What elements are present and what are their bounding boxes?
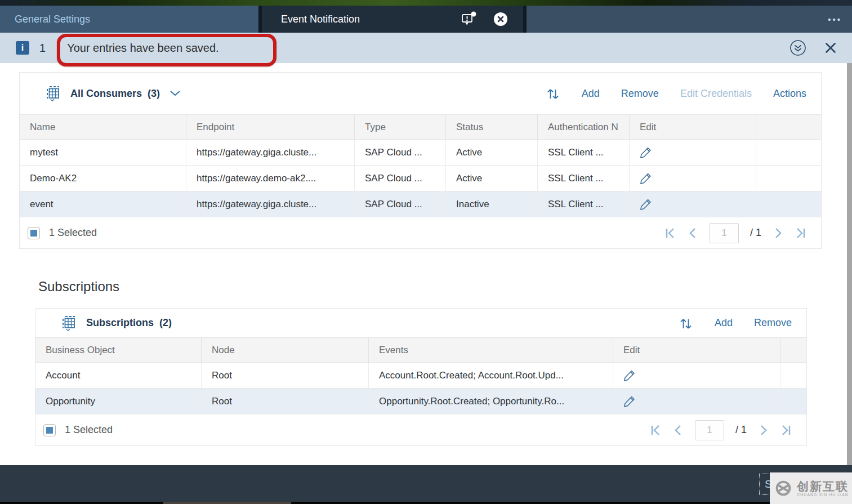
previous-page-icon[interactable] (687, 227, 698, 239)
column-header-events[interactable]: Events (369, 338, 613, 362)
next-page-icon[interactable] (758, 424, 769, 436)
page-number-input[interactable] (710, 223, 739, 243)
actions-button[interactable]: Actions (773, 88, 806, 100)
add-button[interactable]: Add (715, 317, 733, 329)
first-page-icon[interactable] (664, 227, 676, 239)
last-page-icon[interactable] (795, 227, 806, 239)
node-cell: Root (202, 363, 369, 388)
business_object-cell: Account (35, 363, 202, 388)
page-content: All Consumers (3) Add Remove Edit Creden… (0, 63, 852, 465)
consumers-title: All Consumers (70, 88, 142, 100)
consumers-footer: 1 Selected / 1 (20, 217, 821, 248)
subscriptions-count: (2) (159, 317, 172, 329)
spacer-cell (756, 166, 821, 191)
tab-event-notification-label: Event Notification (281, 14, 360, 25)
tab-bar: General Settings Event Notification ••• (0, 6, 852, 33)
tab-general-settings[interactable]: General Settings (0, 6, 258, 33)
sort-icon[interactable] (546, 86, 560, 101)
previous-page-icon[interactable] (672, 424, 684, 436)
expand-messages-icon[interactable] (789, 39, 807, 57)
view-settings-icon[interactable] (61, 315, 77, 332)
table-row[interactable]: Demo-AK2https://gateway.demo-ak2....SAP … (20, 166, 821, 191)
next-page-icon[interactable] (773, 227, 784, 239)
table-row[interactable]: AccountRootAccount.Root.Created; Account… (35, 363, 806, 389)
subscriptions-rows: AccountRootAccount.Root.Created; Account… (35, 363, 806, 414)
column-header-business-object[interactable]: Business Object (35, 338, 202, 362)
message-count: 1 (39, 42, 46, 55)
tab-close-icon[interactable] (492, 10, 510, 28)
selection-indicator-checkbox[interactable] (43, 424, 56, 436)
tab-general-settings-label: General Settings (15, 14, 90, 25)
watermark-subtitle: CHUANG XIN HU LIAN (797, 493, 849, 497)
column-header-node[interactable]: Node (202, 338, 369, 362)
overflow-menu-icon[interactable]: ••• (828, 15, 842, 24)
pencil-icon[interactable] (640, 198, 652, 211)
auth-cell: SSL Client ... (538, 140, 630, 165)
column-header-type[interactable]: Type (355, 115, 446, 139)
node-cell: Root (202, 389, 369, 414)
pencil-icon[interactable] (623, 369, 636, 382)
endpoint-cell: https://gateway.giga.cluste... (186, 140, 355, 165)
notification-bubble-icon[interactable] (460, 11, 477, 28)
page-total-text: / 1 (750, 227, 761, 239)
spacer-cell (780, 389, 806, 414)
pencil-icon[interactable] (640, 146, 652, 159)
subscriptions-header-row: Business Object Node Events Edit (35, 337, 806, 363)
table-row[interactable]: mytesthttps://gateway.giga.cluste...SAP … (20, 140, 821, 166)
type-cell: SAP Cloud ... (355, 166, 446, 191)
consumers-pager: / 1 (664, 223, 806, 243)
edit-cell (613, 389, 780, 414)
pencil-icon[interactable] (623, 395, 636, 408)
consumers-count: (3) (148, 88, 160, 100)
first-page-icon[interactable] (650, 424, 661, 436)
subscriptions-title: Subscriptions (86, 317, 154, 329)
table-row[interactable]: OpportunityRootOpportunity.Root.Created;… (35, 389, 806, 414)
table-row[interactable]: eventhttps://gateway.giga.cluste...SAP C… (20, 191, 821, 217)
name-cell: Demo-AK2 (20, 166, 186, 191)
endpoint-cell: https://gateway.giga.cluste... (186, 191, 355, 217)
tab-event-notification[interactable]: Event Notification (262, 6, 523, 33)
auth-cell: SSL Client ... (538, 191, 630, 217)
status-cell: Active (446, 166, 538, 191)
auth-cell: SSL Client ... (538, 166, 630, 191)
subscriptions-footer: 1 Selected / 1 (35, 414, 806, 445)
subscriptions-pager: / 1 (650, 420, 792, 440)
column-header-status[interactable]: Status (446, 115, 538, 139)
consumers-table: All Consumers (3) Add Remove Edit Creden… (19, 72, 822, 249)
edit-credentials-button[interactable]: Edit Credentials (680, 88, 752, 100)
close-message-icon[interactable] (824, 41, 837, 55)
message-strip: i 1 Your entries have been saved. (0, 33, 852, 63)
edit-cell (630, 191, 756, 217)
column-header-name[interactable]: Name (20, 115, 186, 139)
footer-action-bar (0, 465, 852, 502)
last-page-icon[interactable] (780, 424, 792, 436)
status-cell: Active (446, 140, 538, 165)
name-cell: mytest (20, 140, 186, 165)
desktop-wallpaper-strip (0, 0, 852, 6)
add-button[interactable]: Add (582, 88, 600, 100)
edit-cell (613, 363, 780, 388)
consumers-header-row: Name Endpoint Type Status Authentication… (20, 114, 821, 140)
spacer-cell (756, 191, 821, 217)
events-cell: Account.Root.Created; Account.Root.Upd..… (369, 363, 613, 388)
chevron-down-icon[interactable] (169, 90, 181, 97)
vertical-scrollbar[interactable] (847, 63, 852, 465)
column-header-edit[interactable]: Edit (613, 338, 780, 362)
pencil-icon[interactable] (640, 172, 652, 185)
remove-button[interactable]: Remove (621, 88, 659, 100)
page-number-input[interactable] (695, 420, 724, 440)
column-header-spacer (756, 115, 821, 139)
column-header-authentication[interactable]: Authentication N (538, 115, 630, 139)
type-cell: SAP Cloud ... (355, 191, 446, 217)
page-total-text: / 1 (735, 424, 747, 436)
events-cell: Opportunity.Root.Created; Opportunity.Ro… (369, 389, 613, 414)
column-header-edit[interactable]: Edit (630, 115, 756, 139)
sort-icon[interactable] (679, 315, 693, 331)
selected-count-text: 1 Selected (65, 424, 113, 436)
consumers-rows: mytesthttps://gateway.giga.cluste...SAP … (20, 140, 821, 217)
selection-indicator-checkbox[interactable] (28, 227, 40, 239)
view-settings-icon[interactable] (46, 85, 61, 102)
column-header-endpoint[interactable]: Endpoint (186, 115, 355, 139)
remove-button[interactable]: Remove (754, 317, 792, 329)
type-cell: SAP Cloud ... (355, 140, 446, 165)
